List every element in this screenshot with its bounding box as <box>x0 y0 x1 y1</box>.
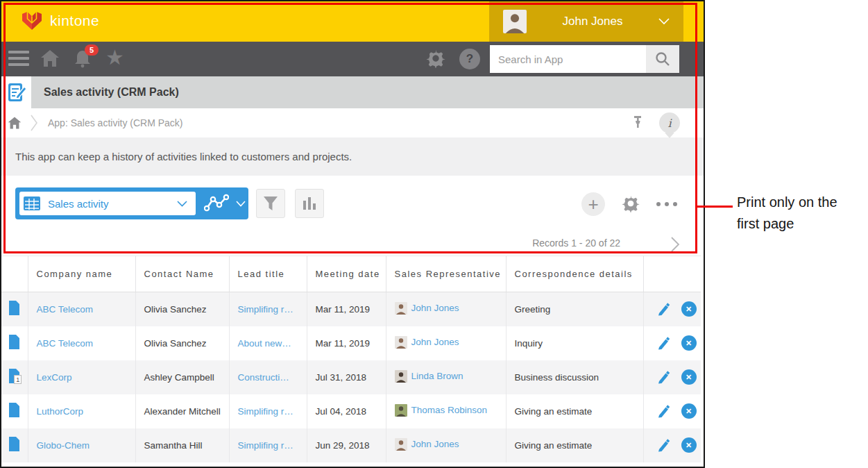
rep-avatar <box>395 404 407 417</box>
header-correspondence-details: Correspondence details <box>506 256 643 292</box>
correspondence-details-text: Giving an estimate <box>515 406 593 417</box>
contact-name-text: Samantha Hill <box>144 440 203 451</box>
brand-name: kintone <box>50 12 99 29</box>
view-select-dropdown[interactable]: Sales activity <box>19 192 196 215</box>
kintone-app-window: kintone John Jones <box>0 0 705 468</box>
record-pagination: Records 1 - 20 of 22 <box>1 235 704 256</box>
meeting-date-text: Mar 11, 2019 <box>316 338 371 349</box>
current-view-name: Sales activity <box>48 198 109 210</box>
breadcrumb: App: Sales activity (CRM Pack) i <box>1 108 704 137</box>
rep-avatar <box>395 302 407 315</box>
sales-rep-link[interactable]: John Jones <box>411 439 459 449</box>
bar-chart-icon <box>302 196 317 211</box>
breadcrumb-home-icon[interactable] <box>8 116 22 130</box>
record-detail-icon[interactable] <box>8 403 20 417</box>
pin-icon[interactable] <box>631 115 644 131</box>
correspondence-details-text: Greeting <box>515 304 551 315</box>
info-pointer <box>665 133 674 138</box>
record-detail-icon[interactable] <box>8 301 20 315</box>
settings-gear-icon[interactable] <box>426 49 445 68</box>
lead-title-link[interactable]: Constructi… <box>238 372 289 383</box>
home-icon[interactable] <box>40 49 60 68</box>
edit-record-button[interactable] <box>656 336 670 350</box>
brand-header: kintone John Jones <box>1 1 704 42</box>
filter-button[interactable] <box>256 189 285 218</box>
kintone-logo-link[interactable]: kintone <box>21 11 99 31</box>
contact-name-text: Olivia Sanchez <box>144 338 207 349</box>
correspondence-details-text: Inquiry <box>515 338 543 349</box>
table-header-row: Company name Contact Name Lead title Mee… <box>1 256 701 292</box>
graph-button[interactable] <box>295 189 324 218</box>
app-icon <box>1 76 31 108</box>
next-page-chevron[interactable] <box>670 236 680 253</box>
chart-view-toggle[interactable] <box>204 194 246 213</box>
app-info-icon[interactable]: i <box>659 112 680 133</box>
user-avatar <box>503 10 527 33</box>
edit-record-button[interactable] <box>656 302 670 316</box>
sales-rep-link[interactable]: Linda Brown <box>411 371 463 381</box>
more-options-button[interactable] <box>656 202 677 206</box>
sales-rep-link[interactable]: John Jones <box>411 303 459 313</box>
breadcrumb-separator-icon <box>30 114 38 132</box>
company-name-link[interactable]: ABC Telecom <box>37 304 94 315</box>
meeting-date-text: Jul 31, 2018 <box>316 372 367 383</box>
delete-record-button[interactable]: ✕ <box>681 437 697 453</box>
lead-title-link[interactable]: Simplifing r… <box>238 406 293 417</box>
sales-rep-link[interactable]: John Jones <box>411 337 459 347</box>
table-row: ABC Telecom Olivia Sanchez Simplifing r…… <box>1 292 701 326</box>
table-row: LuthorCorp Alexander Mitchell Simplifing… <box>1 394 701 428</box>
delete-record-button[interactable]: ✕ <box>681 335 697 351</box>
annotation-connector-line <box>697 206 733 208</box>
notifications-bell-icon[interactable]: 5 <box>74 49 92 68</box>
view-settings-gear-icon[interactable] <box>622 194 640 212</box>
rep-avatar <box>395 370 407 383</box>
kintone-logo-icon <box>21 11 43 31</box>
header-company-name: Company name <box>28 256 135 292</box>
favorites-star-icon[interactable]: ★ <box>105 47 124 68</box>
record-detail-icon[interactable] <box>8 335 20 349</box>
page-title: Sales activity (CRM Pack) <box>44 86 179 99</box>
delete-record-button[interactable]: ✕ <box>681 403 697 419</box>
search-button[interactable] <box>646 45 679 73</box>
sales-rep-link[interactable]: Thomas Robinson <box>411 405 488 415</box>
search-input[interactable] <box>490 45 646 73</box>
comment-count-badge: 1 <box>14 375 22 384</box>
rep-avatar <box>395 336 407 349</box>
header-sales-representative: Sales Representative <box>386 256 506 292</box>
chevron-down-icon <box>177 201 187 207</box>
company-name-link[interactable]: Globo-Chem <box>37 440 90 451</box>
app-description: This app can keep a history of activitie… <box>1 137 704 176</box>
table-row: 1 LexCorp Ashley Campbell Constructi… Ju… <box>1 360 701 394</box>
help-icon[interactable]: ? <box>459 49 480 69</box>
menu-hamburger-button[interactable] <box>8 51 29 66</box>
user-name: John Jones <box>527 15 658 28</box>
delete-record-button[interactable]: ✕ <box>681 369 697 385</box>
edit-record-button[interactable] <box>656 438 670 452</box>
global-nav-bar: 5 ★ ? <box>1 42 704 76</box>
add-record-button[interactable]: + <box>581 192 605 216</box>
view-toolbar: Sales activity <box>1 176 704 235</box>
delete-record-button[interactable]: ✕ <box>681 301 697 317</box>
search-icon <box>654 51 671 67</box>
company-name-link[interactable]: LuthorCorp <box>37 406 84 417</box>
user-menu[interactable]: John Jones <box>489 1 683 42</box>
record-detail-icon[interactable] <box>8 437 20 451</box>
company-name-link[interactable]: LexCorp <box>37 372 72 383</box>
chevron-down-icon <box>658 18 670 25</box>
chevron-down-icon <box>236 201 246 207</box>
view-selector: Sales activity <box>15 187 248 219</box>
contact-name-text: Ashley Campbell <box>144 372 214 383</box>
record-detail-icon[interactable]: 1 <box>8 369 20 383</box>
company-name-link[interactable]: ABC Telecom <box>37 338 94 349</box>
lead-title-link[interactable]: About new… <box>238 338 291 349</box>
app-title-bar: Sales activity (CRM Pack) <box>1 76 704 108</box>
header-actions-column <box>643 256 701 292</box>
meeting-date-text: Jul 04, 2018 <box>316 406 367 417</box>
breadcrumb-app-link[interactable]: App: Sales activity (CRM Pack) <box>48 117 183 128</box>
correspondence-details-text: Giving an estimate <box>515 440 593 451</box>
edit-record-button[interactable] <box>656 404 670 418</box>
lead-title-link[interactable]: Simplifing r… <box>238 440 293 451</box>
line-chart-icon <box>204 194 229 213</box>
lead-title-link[interactable]: Simplifing r… <box>238 304 293 315</box>
edit-record-button[interactable] <box>656 370 670 384</box>
